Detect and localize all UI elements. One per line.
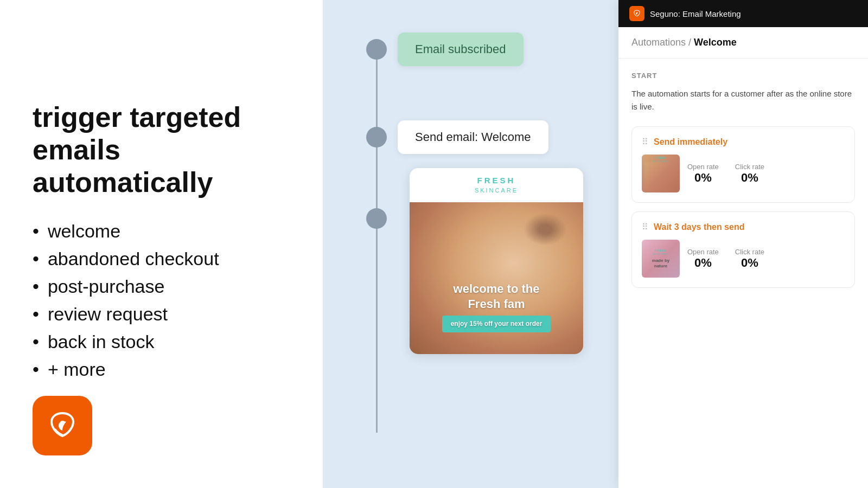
step1-stats: Open rate 0% Click rate 0% [687, 163, 845, 185]
automation-description: The automation starts for a customer aft… [631, 87, 855, 113]
bullet-item: back in stock [33, 331, 290, 352]
headline-line1: welcome to the [454, 282, 540, 296]
right-panel: Email subscribed Send email: Welcome FRE… [323, 0, 868, 488]
step2-thumbnail: FRESHSKINCARE made bynature [642, 240, 680, 278]
left-panel: trigger targeted emails automatically we… [0, 0, 323, 488]
seguno-breadcrumb: Automations / Welcome [618, 27, 868, 59]
step1-send-text: Send immediately [654, 137, 727, 147]
seguno-logo [33, 396, 92, 455]
email-subscribed-label: Email subscribed [415, 42, 506, 56]
automation-step-1[interactable]: ⠿ Send immediately FRESHSKINCARE [631, 126, 855, 203]
email-cta-button: enjoy 15% off your next order [442, 316, 551, 332]
step2-thumb-image: FRESHSKINCARE made bynature [642, 240, 680, 278]
flow-dot-3 [366, 208, 387, 229]
step2-open-rate: Open rate 0% [687, 248, 719, 270]
email-brand-sub: SKINCARE [475, 187, 518, 194]
step1-thumb-image: FRESHSKINCARE [642, 155, 680, 192]
breadcrumb-current: Welcome [694, 37, 737, 48]
step1-open-rate-label: Open rate [687, 163, 719, 171]
email-brand-header: FRESH SKINCARE [410, 168, 583, 202]
svg-point-1 [636, 12, 637, 14]
email-brand-name: FRESH [417, 176, 576, 185]
step1-row: FRESHSKINCARE Open rate 0% Click rate 0% [642, 155, 845, 192]
step2-send-text: Wait 3 days then send [654, 222, 744, 232]
step1-thumbnail: FRESHSKINCARE [642, 155, 680, 192]
bullet-item: post-purchase [33, 276, 290, 297]
send-welcome-label: Send email: Welcome [415, 130, 531, 144]
step2-thumb-content: FRESHSKINCARE made bynature [652, 249, 669, 268]
step1-drag-icon: ⠿ [642, 137, 648, 147]
bullet-item: + more [33, 359, 290, 380]
flow-connector-line [376, 53, 378, 433]
step1-open-rate-value: 0% [694, 171, 712, 185]
bullet-item: welcome [33, 221, 290, 242]
bullet-item: review request [33, 304, 290, 325]
step2-click-rate-value: 0% [741, 256, 758, 270]
step2-header: ⠿ Wait 3 days then send [642, 222, 845, 232]
main-heading: trigger targeted emails automatically [33, 101, 290, 198]
seguno-content: START The automation starts for a custom… [618, 59, 868, 310]
svg-point-0 [60, 421, 65, 425]
step1-click-rate-value: 0% [741, 171, 758, 185]
step1-open-rate: Open rate 0% [687, 163, 719, 185]
seguno-topbar-icon [629, 6, 644, 21]
step1-header: ⠿ Send immediately [642, 137, 845, 147]
flow-node-2: Send email: Welcome [366, 120, 594, 154]
feature-list: welcomeabandoned checkoutpost-purchasere… [33, 221, 290, 387]
step2-row: FRESHSKINCARE made bynature Open rate 0%… [642, 240, 845, 278]
flow-node-1: Email subscribed [366, 33, 594, 66]
flow-node-3 [366, 208, 594, 229]
step2-drag-icon: ⠿ [642, 222, 648, 232]
step1-thumb-brand: FRESHSKINCARE [642, 156, 680, 163]
step2-stats: Open rate 0% Click rate 0% [687, 248, 845, 270]
flow-card-send-welcome[interactable]: Send email: Welcome [398, 120, 548, 154]
step1-click-rate-label: Click rate [735, 163, 764, 171]
bullet-item: abandoned checkout [33, 248, 290, 269]
email-overlay-text: welcome to the Fresh fam enjoy 15% off y… [410, 281, 583, 332]
breadcrumb-separator: / [688, 37, 694, 48]
step2-wait-suffix: then send [701, 222, 744, 232]
email-preview-card: FRESH SKINCARE welcome to the Fresh fam … [410, 168, 583, 354]
step2-click-rate: Click rate 0% [735, 248, 764, 270]
flow-card-email-subscribed[interactable]: Email subscribed [398, 33, 524, 66]
seguno-topbar: Seguno: Email Marketing [618, 0, 868, 27]
step1-thumb-visual [644, 162, 677, 189]
step2-click-rate-label: Click rate [735, 248, 764, 256]
step2-wait-highlight: 3 days [674, 222, 701, 232]
flow-dot-1 [366, 39, 387, 60]
step1-send-highlight: immediately [678, 137, 727, 146]
step2-open-rate-label: Open rate [687, 248, 719, 256]
step1-send-prefix: Send [654, 137, 678, 146]
flow-dot-2 [366, 127, 387, 147]
breadcrumb-parent: Automations [631, 37, 686, 48]
step2-wait-prefix: Wait [654, 222, 674, 232]
step1-click-rate: Click rate 0% [735, 163, 764, 185]
seguno-topbar-title: Seguno: Email Marketing [650, 9, 741, 18]
automation-step-2[interactable]: ⠿ Wait 3 days then send FRESHSKINCARE ma… [631, 211, 855, 288]
seguno-panel: Seguno: Email Marketing Automations / We… [618, 0, 868, 488]
step2-open-rate-value: 0% [694, 256, 712, 270]
headline-line2: Fresh fam [468, 297, 525, 311]
start-label: START [631, 72, 855, 80]
